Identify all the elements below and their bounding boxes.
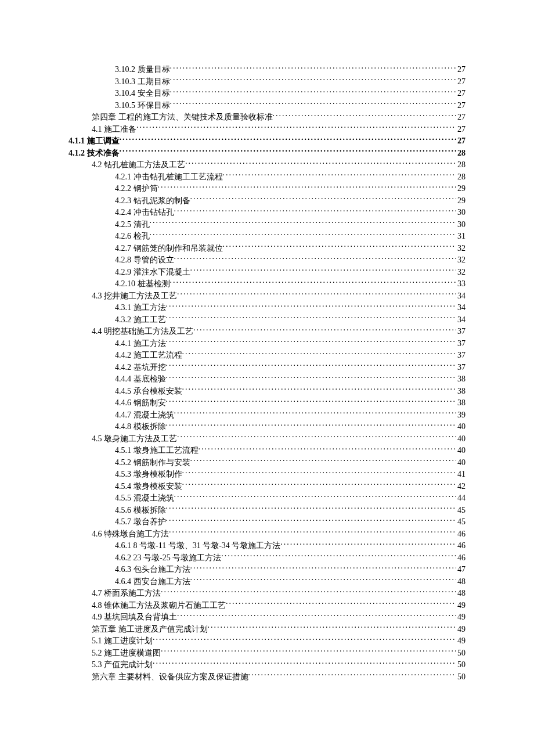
toc-entry[interactable]: 4.5 墩身施工方法及工艺40 [68, 433, 466, 445]
toc-entry[interactable]: 4.5.7 墩台养护45 [68, 516, 466, 528]
toc-leader-dots [166, 314, 457, 322]
toc-entry[interactable]: 4.7 桥面系施工方法48 [68, 588, 466, 600]
toc-entry-label: 4.2.3 钻孔泥浆的制备 [115, 195, 190, 207]
toc-entry-page: 49 [456, 624, 466, 636]
toc-entry-page: 44 [456, 492, 466, 505]
toc-entry[interactable]: 4.6.1 8 号墩-11 号墩、31 号墩-34 号墩施工方法46 [68, 540, 466, 552]
toc-entry[interactable]: 3.10.3 工期目标27 [68, 76, 466, 88]
toc-entry[interactable]: 5.1 施工进度计划49 [68, 635, 466, 647]
toc-leader-dots [158, 183, 457, 191]
toc-entry-label: 4.4.2 基坑开挖 [115, 362, 166, 374]
toc-entry[interactable]: 4.2.7 钢筋笼的制作和吊装就位32 [68, 243, 466, 255]
toc-leader-dots [248, 671, 457, 679]
toc-entry-page: 46 [456, 528, 466, 541]
toc-entry-label: 4.6.2 23 号墩-25 号墩施工方法 [115, 552, 221, 564]
toc-entry-label: 4.8 锥体施工方法及浆砌片石施工工艺 [92, 600, 226, 612]
toc-entry-label: 5.1 施工进度计划 [92, 635, 153, 647]
toc-entry[interactable]: 4.4.6 钢筋制安38 [68, 397, 466, 409]
toc-entry-label: 4.4.4 基底检验 [115, 373, 166, 386]
toc-entry-page: 39 [456, 409, 466, 422]
toc-entry[interactable]: 4.2.8 导管的设立32 [68, 254, 466, 267]
toc-entry-label: 4.3 挖井施工方法及工艺 [92, 290, 177, 303]
toc-entry-page: 42 [456, 481, 466, 493]
toc-entry[interactable]: 4.3 挖井施工方法及工艺34 [68, 290, 466, 303]
toc-leader-dots [153, 635, 456, 643]
toc-entry[interactable]: 4.3.1 施工方法34 [68, 302, 466, 314]
toc-entry[interactable]: 4.4.4 基底检验38 [68, 373, 466, 386]
toc-entry-page: 29 [456, 183, 466, 195]
toc-entry[interactable]: 4.5.4 墩身模板安装42 [68, 481, 466, 493]
toc-entry[interactable]: 4.4.2 施工工艺流程37 [68, 350, 466, 362]
toc-entry[interactable]: 4.2.1 冲击钻孔桩施工工艺流程28 [68, 171, 466, 183]
toc-entry-page: 50 [456, 659, 466, 671]
toc-entry[interactable]: 4.1.2 技术准备28 [68, 147, 466, 160]
toc-entry[interactable]: 第四章 工程的施工方法、关键技术及质量验收标准27 [68, 111, 466, 124]
toc-leader-dots [169, 528, 456, 537]
toc-entry-page: 40 [456, 457, 466, 469]
toc-entry[interactable]: 4.4.2 基坑开挖37 [68, 362, 466, 374]
toc-entry[interactable]: 4.2.3 钻孔泥浆的制备29 [68, 195, 466, 207]
toc-leader-dots [190, 457, 457, 465]
toc-entry-page: 27 [456, 100, 466, 112]
toc-entry[interactable]: 4.2.10 桩基检测33 [68, 278, 466, 290]
toc-entry-page: 38 [456, 397, 466, 409]
toc-entry-page: 27 [456, 88, 466, 100]
toc-entry-label: 4.7 桥面系施工方法 [92, 588, 161, 600]
toc-entry[interactable]: 4.2 钻孔桩施工方法及工艺28 [68, 159, 466, 171]
toc-leader-dots [177, 290, 456, 298]
toc-entry[interactable]: 3.10.4 安全目标27 [68, 88, 466, 100]
toc-entry[interactable]: 4.4.5 承台模板安装38 [68, 386, 466, 398]
toc-leader-dots [136, 124, 456, 132]
toc-entry[interactable]: 4.4.8 模板拆除40 [68, 421, 466, 433]
toc-entry-label: 4.6.4 西安台施工方法 [115, 576, 190, 588]
toc-entry[interactable]: 4.5.2 钢筋制作与安装40 [68, 457, 466, 469]
toc-entry[interactable]: 4.2.2 钢护筒29 [68, 183, 466, 195]
toc-entry[interactable]: 4.4 明挖基础施工方法及工艺37 [68, 326, 466, 338]
toc-leader-dots [153, 659, 456, 667]
toc-entry[interactable]: 4.1 施工准备27 [68, 124, 466, 136]
toc-leader-dots [170, 76, 457, 84]
toc-entry[interactable]: 4.9 基坑回填及台背填土49 [68, 611, 466, 624]
toc-entry[interactable]: 4.6.4 西安台施工方法48 [68, 576, 466, 588]
toc-entry[interactable]: 4.3.2 施工工艺34 [68, 314, 466, 326]
toc-entry[interactable]: 4.5.1 墩身施工工艺流程40 [68, 445, 466, 457]
toc-entry-page: 34 [456, 314, 466, 326]
toc-entry-label: 4.2.10 桩基检测 [115, 278, 170, 290]
toc-entry[interactable]: 5.3 产值完成计划50 [68, 659, 466, 671]
toc-entry-label: 第六章 主要材料、设备供应方案及保证措施 [92, 671, 248, 683]
toc-entry[interactable]: 4.8 锥体施工方法及浆砌片石施工工艺49 [68, 600, 466, 612]
toc-leader-dots [166, 397, 457, 405]
toc-entry-label: 3.10.2 质量目标 [115, 64, 170, 76]
toc-entry[interactable]: 4.2.4 冲击钻钻孔30 [68, 207, 466, 219]
toc-entry[interactable]: 4.1.1 施工调查27 [68, 135, 466, 147]
toc-entry[interactable]: 3.10.5 环保目标27 [68, 100, 466, 112]
toc-entry[interactable]: 4.6.2 23 号墩-25 号墩施工方法46 [68, 552, 466, 564]
toc-entry-page: 48 [456, 588, 466, 600]
toc-leader-dots [193, 326, 456, 334]
toc-leader-dots [190, 267, 457, 275]
toc-entry[interactable]: 4.5.5 混凝土浇筑44 [68, 492, 466, 505]
toc-entry[interactable]: 5.2 施工进度横道图50 [68, 647, 466, 660]
toc-entry[interactable]: 第五章 施工进度及产值完成计划49 [68, 624, 466, 636]
toc-entry[interactable]: 4.4.7 混凝土浇筑39 [68, 409, 466, 422]
toc-entry[interactable]: 4.5.3 墩身模板制作41 [68, 469, 466, 481]
toc-entry[interactable]: 第六章 主要材料、设备供应方案及保证措施50 [68, 671, 466, 683]
toc-entry[interactable]: 4.2.6 检孔31 [68, 231, 466, 243]
toc-entry[interactable]: 4.2.9 灌注水下混凝土32 [68, 267, 466, 279]
toc-leader-dots [208, 624, 457, 632]
toc-entry-label: 4.4.2 施工工艺流程 [115, 350, 182, 362]
toc-entry-label: 4.2.6 检孔 [115, 231, 150, 243]
toc-leader-dots [280, 540, 456, 548]
toc-entry[interactable]: 4.4.1 施工方法37 [68, 338, 466, 350]
toc-entry[interactable]: 4.5.6 模板拆除45 [68, 505, 466, 517]
toc-entry-label: 4.9 基坑回填及台背填土 [92, 611, 177, 624]
toc-entry-page: 31 [456, 231, 466, 243]
toc-entry-label: 5.2 施工进度横道图 [92, 647, 161, 660]
toc-entry-page: 28 [456, 159, 466, 171]
toc-entry-page: 38 [456, 373, 466, 386]
toc-entry[interactable]: 4.2.5 清孔30 [68, 219, 466, 231]
toc-entry[interactable]: 4.6.3 包头台施工方法47 [68, 564, 466, 576]
toc-entry[interactable]: 3.10.2 质量目标27 [68, 64, 466, 76]
toc-entry[interactable]: 4.6 特殊墩台施工方法46 [68, 528, 466, 541]
toc-entry-label: 4.5.5 混凝土浇筑 [115, 492, 174, 505]
